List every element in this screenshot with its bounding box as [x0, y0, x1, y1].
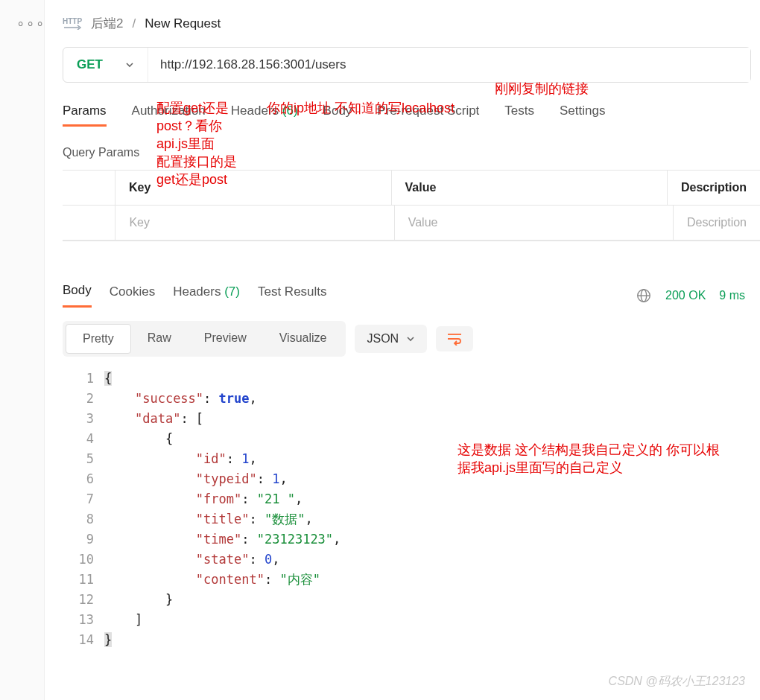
resp-tab-headers[interactable]: Headers (7) — [173, 284, 240, 307]
response-view-row: Pretty Raw Preview Visualize JSON — [63, 321, 760, 357]
tab-settings[interactable]: Settings — [560, 104, 605, 127]
tab-headers[interactable]: Headers (6) — [231, 104, 298, 127]
view-raw[interactable]: Raw — [131, 324, 188, 354]
wrap-icon — [446, 332, 463, 346]
request-tabs: Params Authorization Headers (6) Body Pr… — [63, 104, 760, 127]
resp-tab-testresults[interactable]: Test Results — [258, 284, 327, 307]
view-visualize[interactable]: Visualize — [263, 324, 343, 354]
params-header-value: Value — [392, 171, 668, 205]
breadcrumb-parent[interactable]: 后端2 — [91, 15, 123, 32]
chevron-down-icon — [125, 60, 134, 69]
params-header-row: Key Value Description — [63, 171, 760, 206]
params-description-input[interactable]: Description — [674, 206, 760, 240]
response-tabs: Body Cookies Headers (7) Test Results 20… — [63, 283, 760, 308]
view-mode-pills: Pretty Raw Preview Visualize — [63, 321, 346, 357]
http-method-select[interactable]: GET — [63, 48, 148, 82]
tab-prerequest[interactable]: Pre-request Script — [377, 104, 479, 127]
json-code[interactable]: { "success": true, "data": [ { "id": 1, … — [104, 369, 760, 650]
params-table: Key Value Description Key Value Descript… — [63, 170, 760, 241]
query-params-label: Query Params — [63, 146, 760, 159]
breadcrumb-title: New Request — [145, 16, 221, 31]
view-preview[interactable]: Preview — [188, 324, 263, 354]
globe-icon[interactable] — [636, 287, 652, 304]
breadcrumb: HTTP 后端2 / New Request — [63, 0, 760, 47]
left-sidebar: ∘∘∘ — [0, 0, 45, 700]
http-method-value: GET — [77, 57, 103, 72]
tab-params[interactable]: Params — [63, 104, 107, 127]
resp-tab-cookies[interactable]: Cookies — [110, 284, 155, 307]
params-key-input[interactable]: Key — [115, 206, 394, 240]
url-bar: GET — [63, 47, 751, 83]
tab-tests[interactable]: Tests — [504, 104, 534, 127]
params-header-key: Key — [115, 171, 391, 205]
params-empty-row[interactable]: Key Value Description — [63, 206, 760, 241]
http-method-icon: HTTP — [63, 15, 82, 32]
resp-tab-body[interactable]: Body — [63, 283, 92, 308]
status-time: 9 ms — [719, 289, 745, 302]
response-status: 200 OK 9 ms — [636, 287, 745, 304]
tab-body[interactable]: Body — [323, 104, 352, 127]
view-pretty[interactable]: Pretty — [66, 324, 131, 354]
chevron-down-icon — [406, 334, 415, 343]
params-header-description: Description — [668, 171, 760, 205]
params-header-checkbox — [63, 171, 115, 205]
more-options-icon[interactable]: ∘∘∘ — [16, 15, 45, 31]
status-code: 200 OK — [665, 289, 706, 302]
wrap-lines-button[interactable] — [436, 326, 473, 351]
url-input[interactable] — [148, 48, 750, 82]
line-gutter: 1234567891011121314 — [63, 369, 104, 650]
response-body[interactable]: 1234567891011121314 { "success": true, "… — [63, 369, 760, 650]
breadcrumb-separator: / — [132, 16, 136, 31]
watermark: CSDN @码农小王123123 — [609, 674, 745, 690]
svg-text:HTTP: HTTP — [63, 17, 82, 25]
params-value-input[interactable]: Value — [395, 206, 674, 240]
main-panel: HTTP 后端2 / New Request GET Params Author… — [45, 0, 760, 700]
tab-authorization[interactable]: Authorization — [132, 104, 206, 127]
format-select[interactable]: JSON — [355, 325, 427, 353]
